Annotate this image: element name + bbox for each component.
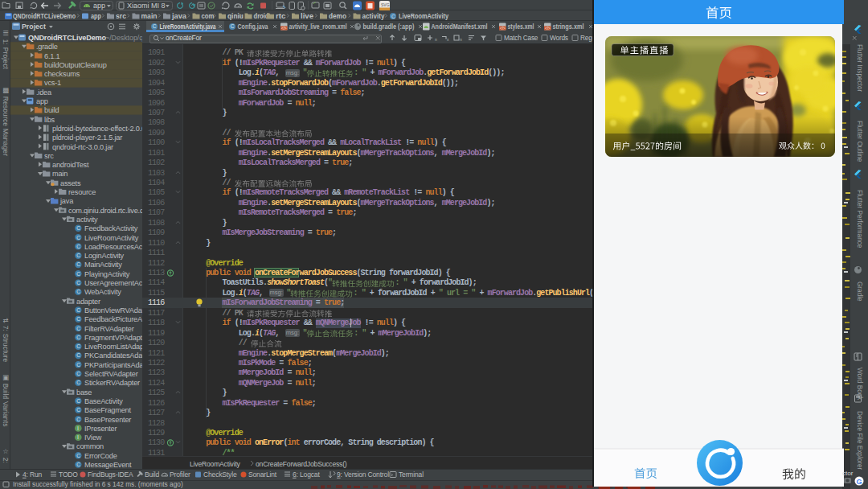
svg-text:LoginActivity: LoginActivity xyxy=(84,252,125,260)
svg-text:PKCandidatesAdapte: PKCandidatesAdapte xyxy=(84,351,142,360)
svg-text:PKParticipantsAdapt: PKParticipantsAdapt xyxy=(84,361,142,369)
svg-text:resource: resource xyxy=(68,188,96,196)
svg-text:IPresenter: IPresenter xyxy=(84,425,117,433)
svg-text:vcs-1: vcs-1 xyxy=(44,79,61,87)
svg-text:com.qiniu.droid.rtc.live.de: com.qiniu.droid.rtc.live.de xyxy=(68,207,142,215)
svg-text:SelectRVAdapter: SelectRVAdapter xyxy=(84,370,138,378)
svg-text:ButtonViewRVAdapte: ButtonViewRVAdapte xyxy=(84,306,142,314)
svg-text:C: C xyxy=(76,307,80,313)
svg-text:Xiaomi MI 8: Xiaomi MI 8 xyxy=(127,2,166,10)
svg-text:FindBugs-IDEA: FindBugs-IDEA xyxy=(88,471,133,479)
svg-text:MessageEvent: MessageEvent xyxy=(84,461,132,469)
svg-text:C: C xyxy=(76,289,80,294)
svg-text:C: C xyxy=(76,398,80,404)
svg-text:demo: demo xyxy=(329,12,346,20)
svg-text:C: C xyxy=(76,371,80,376)
svg-text:libs: libs xyxy=(44,116,55,124)
svg-text:BaseFragment: BaseFragment xyxy=(84,406,132,414)
svg-text:Terminal: Terminal xyxy=(399,471,424,479)
svg-text:C: C xyxy=(76,362,80,368)
svg-text:C: C xyxy=(391,14,395,19)
svg-text:CheckStyle: CheckStyle xyxy=(203,471,237,479)
svg-text:LiveRoomListAdapte: LiveRoomListAdapte xyxy=(84,343,142,351)
svg-text:base: base xyxy=(76,388,92,397)
svg-text:main: main xyxy=(141,12,158,20)
svg-text:src: src xyxy=(44,152,54,160)
svg-text:Build: Build xyxy=(145,471,160,479)
svg-text:C: C xyxy=(76,462,80,467)
svg-text:.gradle: .gradle xyxy=(36,43,58,51)
svg-text:C: C xyxy=(76,326,80,331)
svg-text:pldroid-player-2.1.5.jar: pldroid-player-2.1.5.jar xyxy=(52,134,122,142)
svg-text:buildOutputCleanup: buildOutputCleanup xyxy=(44,61,107,69)
svg-text:G: G xyxy=(857,478,862,486)
svg-text:WebActivity: WebActivity xyxy=(84,288,121,296)
svg-text:live: live xyxy=(301,12,313,20)
svg-text:6: Logcat: 6: Logcat xyxy=(293,471,320,479)
svg-text:java: java xyxy=(59,197,74,205)
svg-text:assets: assets xyxy=(60,179,81,187)
svg-text:C: C xyxy=(76,343,80,349)
svg-text:.idea: .idea xyxy=(36,88,52,97)
svg-text:C: C xyxy=(76,261,80,267)
svg-text:StickerRVAdapter: StickerRVAdapter xyxy=(84,379,140,387)
svg-text:SonarLint: SonarLint xyxy=(248,471,277,479)
svg-text:I: I xyxy=(77,425,79,431)
svg-text:BaseActivity: BaseActivity xyxy=(84,397,123,405)
svg-text:pldroid-bytedance-effect-2.0.0: pldroid-bytedance-effect-2.0.0 xyxy=(52,125,142,133)
svg-text:MainActivity: MainActivity xyxy=(84,261,122,269)
svg-text:C: C xyxy=(76,280,80,286)
svg-text:C: C xyxy=(76,253,80,258)
svg-text:FeedbackActivity: FeedbackActivity xyxy=(84,224,138,232)
svg-text:C: C xyxy=(76,352,80,358)
svg-text:C: C xyxy=(76,417,80,422)
svg-text:src: src xyxy=(116,12,126,20)
svg-text:droid: droid xyxy=(254,12,269,20)
svg-text:C: C xyxy=(76,316,80,322)
svg-text:LoadResourcesActiv: LoadResourcesActiv xyxy=(84,243,142,251)
svg-text:app: app xyxy=(91,12,101,20)
svg-text:androidTest: androidTest xyxy=(52,161,89,169)
svg-text:QNDroidRTCLiveDemo: QNDroidRTCLiveDemo xyxy=(28,34,107,42)
svg-text:common: common xyxy=(76,442,104,450)
svg-text:C: C xyxy=(76,271,80,277)
svg-text:C: C xyxy=(76,235,80,240)
svg-text:UserAgreementActiv: UserAgreementActiv xyxy=(84,279,142,287)
svg-text:C: C xyxy=(76,407,80,413)
svg-text:C: C xyxy=(76,225,80,231)
svg-text:TODO: TODO xyxy=(59,471,78,479)
svg-text:BasePresenter: BasePresenter xyxy=(84,416,131,424)
svg-text:activity: activity xyxy=(362,12,385,20)
svg-text:app: app xyxy=(36,97,48,105)
svg-text:com: com xyxy=(202,12,215,20)
svg-text:C: C xyxy=(76,453,80,458)
svg-text:QNDroidRTCLiveDemo: QNDroidRTCLiveDemo xyxy=(13,12,76,20)
svg-text:checksums: checksums xyxy=(44,70,80,78)
svg-text:Install successfully finished: Install successfully finished in 6 s 142… xyxy=(13,480,183,488)
svg-text:rtc: rtc xyxy=(276,12,286,20)
svg-text:C: C xyxy=(76,244,80,249)
svg-text:PlayingActivity: PlayingActivity xyxy=(84,270,130,278)
svg-text:C: C xyxy=(76,380,80,385)
svg-text:IView: IView xyxy=(84,434,102,442)
svg-text:SVG: SVG xyxy=(381,2,390,7)
svg-text:6.1.1: 6.1.1 xyxy=(44,52,60,60)
svg-text:LiveRoomActivity: LiveRoomActivity xyxy=(84,234,139,242)
svg-text:main: main xyxy=(52,170,68,178)
svg-text:9: Version Control: 9: Version Control xyxy=(337,471,389,479)
svg-text:ErrorCode: ErrorCode xyxy=(84,452,117,460)
svg-text:FilterRVAdapter: FilterRVAdapter xyxy=(84,325,134,333)
svg-text:qndroid-rtc-3.0.0.jar: qndroid-rtc-3.0.0.jar xyxy=(52,143,113,151)
svg-text:qiniu: qiniu xyxy=(227,12,244,20)
svg-text:~/Desktop/qini: ~/Desktop/qini xyxy=(105,34,142,42)
svg-text:I: I xyxy=(77,434,79,440)
svg-text:build: build xyxy=(44,106,59,114)
svg-text:adapter: adapter xyxy=(76,298,100,306)
svg-text:LiveRoomActivity: LiveRoomActivity xyxy=(399,12,448,20)
svg-text:activity: activity xyxy=(76,216,98,224)
svg-text:C: C xyxy=(76,335,80,340)
svg-text:FragmentVPAdapter: FragmentVPAdapter xyxy=(84,334,142,342)
svg-text:FeedbackPictureAda: FeedbackPictureAda xyxy=(84,315,142,323)
svg-text:Profiler: Profiler xyxy=(170,471,190,479)
svg-text:4: Run: 4: Run xyxy=(23,471,43,479)
